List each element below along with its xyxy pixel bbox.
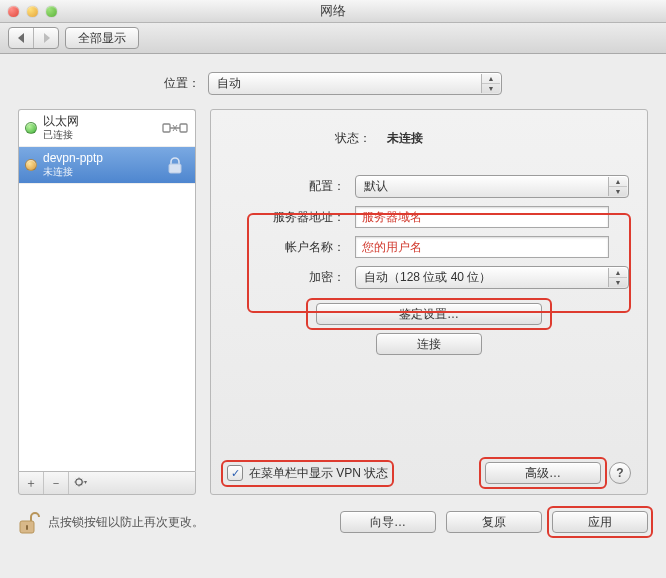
svg-rect-2 [169,164,181,173]
status-label: 状态： [251,130,371,147]
nav-segmented [8,27,59,49]
chevron-updown-icon: ▲▼ [608,177,627,196]
location-value: 自动 [217,75,241,92]
connect-button[interactable]: 连接 [376,333,482,355]
config-label: 配置： [227,178,345,195]
location-row: 位置： 自动 ▲▼ [18,72,648,95]
help-button[interactable]: ? [609,462,631,484]
highlight-icon [247,213,631,313]
apply-button[interactable]: 应用 [552,511,648,533]
svg-rect-1 [180,124,187,132]
location-popup[interactable]: 自动 ▲▼ [208,72,502,95]
remove-interface-button[interactable]: － [44,472,69,494]
chevron-updown-icon: ▲▼ [481,74,500,93]
window-titlebar: 网络 [0,0,666,23]
menubar-checkbox-label: 在菜单栏中显示 VPN 状态 [249,465,388,482]
sidebar-item-name: devpn-pptp [43,152,155,166]
config-popup[interactable]: 默认 ▲▼ [355,175,629,198]
server-address-input[interactable] [355,206,609,228]
sidebar-item-ethernet[interactable]: 以太网 已连接 [19,110,195,147]
account-name-input[interactable] [355,236,609,258]
sidebar-item-name: 以太网 [43,115,155,129]
location-label: 位置： [164,75,200,92]
sidebar-toolbar: ＋ － [18,471,196,495]
show-all-button[interactable]: 全部显示 [65,27,139,49]
status-value: 未连接 [387,130,607,147]
encrypt-label: 加密： [227,269,345,286]
sidebar-item-vpn[interactable]: devpn-pptp 未连接 [19,147,195,184]
sidebar-item-status: 未连接 [43,166,155,178]
encrypt-value: 自动（128 位或 40 位） [364,269,491,286]
network-sidebar: 以太网 已连接 devpn-pp [18,109,196,495]
ethernet-icon [161,117,189,139]
toolbar: 全部显示 [0,23,666,54]
svg-rect-0 [163,124,170,132]
window-title: 网络 [0,2,666,20]
encryption-popup[interactable]: 自动（128 位或 40 位） ▲▼ [355,266,629,289]
status-dot-amber-icon [25,159,37,171]
network-list: 以太网 已连接 devpn-pp [18,109,196,471]
auth-settings-button[interactable]: 鉴定设置… [316,303,542,325]
lock-icon [161,154,189,176]
detail-panel: 状态： 未连接 配置： 默认 ▲▼ 服务器地址： 帐户名称： [210,109,648,495]
sidebar-item-status: 已连接 [43,129,155,141]
forward-button[interactable] [34,28,58,48]
back-button[interactable] [9,28,34,48]
add-interface-button[interactable]: ＋ [19,472,44,494]
advanced-button[interactable]: 高级… [485,462,601,484]
chevron-updown-icon: ▲▼ [608,268,627,287]
footer: 点按锁按钮以防止再次更改。 向导… 复原 应用 [18,509,648,535]
revert-button[interactable]: 复原 [446,511,542,533]
assist-button[interactable]: 向导… [340,511,436,533]
svg-rect-5 [26,525,28,530]
config-value: 默认 [364,178,388,195]
account-label: 帐户名称： [227,239,345,256]
lock-open-icon[interactable] [18,509,40,535]
action-menu-button[interactable] [69,472,93,494]
status-dot-green-icon [25,122,37,134]
lock-text: 点按锁按钮以防止再次更改。 [48,514,204,531]
server-label: 服务器地址： [227,209,345,226]
menubar-checkbox[interactable]: ✓ [227,465,243,481]
